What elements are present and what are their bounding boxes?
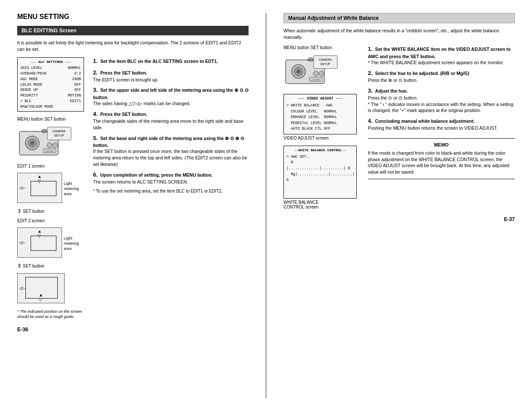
r-step-3-detail: Press the ⊙ or ⊙ button. * The " ı " ind…	[368, 95, 513, 113]
video-adjust-box: --- VIDEO ADJUST --- > WHITE BALANCE AWC…	[283, 94, 357, 134]
wb-title: --WHITE BALANCE CONTROL--	[286, 148, 354, 153]
wb-spacer	[286, 184, 354, 196]
edit1-diagram-row: ▲▽ ◁▷ Light metering area	[17, 173, 86, 203]
svg-text:SETUP: SETUP	[54, 134, 64, 137]
step-2-detail: The EDIT1 screen is brought up.	[93, 77, 159, 82]
svg-point-10	[53, 143, 58, 148]
light-metering-label-1: Light metering area	[64, 181, 86, 196]
wb-control-area: --WHITE BALANCE CONTROL-- > AWC SET.. R …	[283, 146, 361, 209]
right-section-header: Manual Adjustment of White Balance	[283, 13, 515, 23]
svg-text:△▽◁▷: △▽◁▷	[45, 150, 54, 153]
set-label-1: SET button	[23, 209, 44, 214]
light-metering-label-2: Light metering area	[64, 236, 86, 251]
step-2: 2. Press the SET button. The EDIT1 scree…	[93, 69, 249, 83]
alc-row-6: PRIORITYMOTION	[20, 93, 81, 99]
wb-row-1: > AWC SET..	[286, 154, 354, 160]
camera-menu-area: MENU button SET button CAMERA SETUP	[17, 117, 86, 160]
r-step-4-detail: Pushing the MENU button returns the scre…	[368, 125, 498, 131]
arrow-left-2: ◁▷	[19, 240, 25, 245]
step-6-bold: Upon completion of setting, press the ME…	[100, 172, 213, 177]
set-button-2: ⇕ SET button	[17, 263, 86, 269]
r-step-4-bold: Concluding manual white balance adjustme…	[375, 118, 475, 124]
video-adjust-area: --- VIDEO ADJUST --- > WHITE BALANCE AWC…	[283, 94, 361, 140]
right-diagrams: MENU button SET button CAMERA SETUP MENU	[283, 45, 361, 209]
r-step-num-1: 1.	[368, 46, 373, 52]
metering-area-3	[25, 277, 58, 299]
alc-row-2: AVERAGE/PEAK6:2	[20, 71, 81, 77]
step-4: 4. Press the SET button. The changeable …	[93, 110, 249, 131]
wb-row-2: R |..............|..........| B	[286, 160, 354, 171]
step-num-6: 6.	[93, 171, 98, 178]
page-num-right: E-37	[283, 216, 515, 222]
svg-point-16	[296, 69, 301, 74]
va-title: --- VIDEO ADJUST ---	[286, 96, 354, 102]
set-arrow-icon: ⇕	[17, 208, 22, 214]
alc-row-1: IRIS LEVELNORMAL	[20, 65, 81, 71]
step-1-bold: Set the item BLC on the ALC SETTING scre…	[100, 59, 218, 64]
r-step-2-detail: Press the ⊗ or ⊙ button.	[368, 78, 417, 83]
edit1-diagram: ▲▽ ◁▷	[17, 173, 62, 203]
r-step-num-2: 2.	[368, 70, 373, 76]
memo-title: MEMO	[368, 142, 515, 147]
step-num-4: 4.	[93, 111, 98, 117]
step-6: 6. Upon completion of setting, press the…	[93, 171, 249, 185]
right-intro: When automatic adjustment of the white b…	[283, 28, 515, 40]
svg-text:CAMERA: CAMERA	[319, 58, 332, 61]
alc-row-3: AGC MODE28dB	[20, 77, 81, 82]
step-6-detail: The screen returns to ALC SETTING SCREEN…	[93, 179, 188, 184]
r-step-num-3: 3.	[368, 87, 373, 94]
main-page: MENU SETTING BLC EDITTING Screen It is p…	[0, 0, 532, 411]
left-intro: It is possible to set freely the light m…	[17, 40, 249, 52]
step-3-detail: The sides having △▽◁▷ marks can be chang…	[93, 101, 190, 106]
svg-text:MENU: MENU	[41, 130, 48, 133]
video-adjust-label: VIDEO ADJUST screen	[283, 136, 361, 140]
metering-area-1	[31, 181, 56, 196]
footnote: * The indicated position on the screen s…	[17, 309, 86, 319]
alc-row-5: SENSE UPOFF	[20, 87, 81, 93]
set-arrow-icon-2: ⇕	[17, 263, 22, 269]
memo-text: If the mode is changed from color to bla…	[368, 150, 515, 175]
step-3-bold: Set the upper side and left side of the …	[93, 87, 249, 100]
r-step-1: 1. Set the WHITE BALANCE item on the VID…	[368, 45, 515, 66]
page-title: MENU SETTING	[17, 13, 249, 21]
edit2-diagram-row: ▲▽ ◁▷ Light metering area	[17, 227, 86, 258]
step-num-1: 1.	[93, 58, 98, 64]
svg-point-22	[313, 71, 318, 76]
left-content-area: --- ALC SETTINGS --- IRIS LEVELNORMAL AV…	[17, 57, 249, 319]
left-diagrams: --- ALC SETTINGS --- IRIS LEVELNORMAL AV…	[17, 57, 86, 319]
edit1-label: EDIT 1 screen	[17, 164, 86, 168]
svg-rect-4	[47, 127, 71, 140]
step-num-3: 3.	[93, 87, 98, 93]
arrow-left-1: ◁▷	[19, 186, 25, 190]
svg-point-3	[30, 141, 34, 145]
step-5-bold: Set the base and right side of the meter…	[93, 136, 244, 148]
svg-point-9	[47, 143, 52, 148]
r-step-2-bold: Select the hue to be adjusted. (R/B or M…	[375, 71, 470, 76]
final-diagram: ◁▷ ▲▽	[17, 273, 65, 303]
step-num-5: 5.	[93, 135, 98, 141]
step-1: 1. Set the item BLC on the ALC SETTING s…	[93, 57, 249, 65]
alc-title: --- ALC SETTINGS ---	[20, 59, 81, 65]
va-row-2: COLOUR LEVEL NORMAL	[286, 109, 354, 115]
r-step-1-detail: * The WHITE BALANCE adjustment screen ap…	[368, 60, 504, 65]
left-section-header: BLC EDITTING Screen	[17, 26, 249, 35]
r-step-4: 4. Concluding manual white balance adjus…	[368, 117, 515, 131]
va-row-1: > WHITE BALANCE AWC	[286, 103, 354, 109]
step-num-2: 2.	[93, 69, 98, 76]
step-4-detail: The changeable sides of the metering are…	[93, 118, 243, 130]
r-step-3-bold: Adjust the hue.	[375, 88, 408, 93]
step-2-bold: Press the SET button.	[100, 70, 147, 75]
metering-area-2	[31, 236, 56, 251]
step-3: 3. Set the upper side and left side of t…	[93, 86, 249, 107]
step-4-bold: Press the SET button.	[100, 112, 147, 117]
left-note: * To use the set metering area, set the …	[93, 188, 249, 194]
svg-text:CAMERA: CAMERA	[53, 130, 65, 133]
r-step-2: 2. Select the hue to be adjusted. (R/B o…	[368, 69, 515, 84]
svg-text:SETUP: SETUP	[320, 62, 330, 65]
edit2-label: EDIT 2 screen	[17, 218, 86, 223]
alc-settings-box: --- ALC SETTINGS --- IRIS LEVELNORMAL AV…	[17, 57, 84, 112]
r-step-1-bold: Set the WHITE BALANCE item on the VIDEO …	[368, 47, 510, 59]
camera-illustration-left: CAMERA SETUP MENU △▽◁▷	[17, 123, 73, 159]
svg-text:△▽◁▷: △▽◁▷	[311, 78, 320, 81]
wb-control-box: --WHITE BALANCE CONTROL-- > AWC SET.. R …	[283, 146, 357, 199]
